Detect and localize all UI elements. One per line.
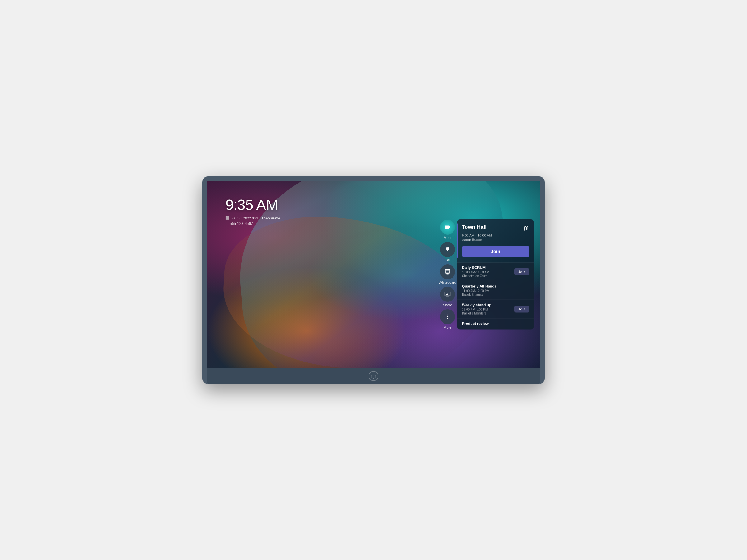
list-item: Weekly stand up 12:00 PM-1:00 PM Daniell… <box>457 300 534 319</box>
meeting-time: 10:00 AM-11:00 AM <box>462 271 511 274</box>
meeting-name: Daily SCRUM <box>462 266 511 270</box>
meeting-time: 11:00 AM-12:00 PM <box>462 289 529 293</box>
share-screen-icon <box>444 291 451 298</box>
meeting-organizer: Charlotte de Crum <box>462 274 511 278</box>
list-item: Product review <box>457 319 534 330</box>
meet-label: Meet <box>444 236 451 240</box>
svg-point-12 <box>447 318 448 319</box>
dialpad-icon <box>444 246 451 253</box>
call-label: Call <box>444 258 450 262</box>
join-button-standup[interactable]: Join <box>515 305 529 312</box>
meeting-time: 12:00 PM-1:00 PM <box>462 308 511 312</box>
whiteboard-icon <box>444 268 451 275</box>
meeting-info: Daily SCRUM 10:00 AM-11:00 AM Charlotte … <box>462 266 511 278</box>
whiteboard-button-circle[interactable] <box>440 264 455 279</box>
list-item: Daily SCRUM 10:00 AM-11:00 AM Charlotte … <box>457 263 534 281</box>
featured-meeting-header: Town Hall <box>462 224 529 232</box>
room-info: ⬜ Conference room 154684354 <box>225 216 280 220</box>
phone-icon: ⠿ <box>225 221 228 225</box>
whiteboard-button[interactable]: Whiteboard <box>439 264 456 284</box>
meet-button-circle[interactable] <box>440 220 455 235</box>
svg-point-2 <box>448 247 449 248</box>
meeting-organizer: Danielle Mandera <box>462 312 511 315</box>
featured-meeting-organizer: Aaron Buxton <box>462 238 529 242</box>
meeting-list: Daily SCRUM 10:00 AM-11:00 AM Charlotte … <box>457 263 534 330</box>
svg-point-4 <box>447 248 448 249</box>
svg-point-7 <box>447 249 448 250</box>
featured-meeting: Town Hall 9:00 AM - 10:00 AM Aaron Buxto… <box>457 219 534 263</box>
svg-point-3 <box>446 248 447 249</box>
meeting-name: Product review <box>462 322 529 326</box>
call-button-circle[interactable] <box>440 242 455 257</box>
call-button[interactable]: Call <box>440 242 455 262</box>
teams-logo <box>522 224 529 232</box>
meeting-organizer: Babek Shamas <box>462 293 529 296</box>
meeting-info: Product review <box>462 322 529 327</box>
featured-meeting-title: Town Hall <box>462 224 487 231</box>
more-button[interactable]: More <box>440 309 455 329</box>
share-label: Share <box>443 303 452 307</box>
device-bottom-bar <box>207 368 540 384</box>
svg-point-8 <box>448 249 449 250</box>
svg-point-9 <box>447 250 448 251</box>
action-buttons: Meet Call <box>439 220 456 329</box>
more-label: More <box>443 325 451 329</box>
home-button-inner <box>371 374 376 379</box>
clock: 9:35 AM <box>225 196 280 213</box>
meeting-info: Quarterly All Hands 11:00 AM-12:00 PM Ba… <box>462 284 529 296</box>
svg-point-6 <box>446 249 447 250</box>
room-label: Conference room 154684354 <box>232 216 280 220</box>
phone-info: ⠿ 555-123-4567 <box>225 221 280 226</box>
svg-point-11 <box>447 316 448 317</box>
teams-icon-svg <box>522 225 529 231</box>
share-button[interactable]: Share <box>440 287 455 307</box>
featured-join-button[interactable]: Join <box>462 246 529 257</box>
meeting-name: Quarterly All Hands <box>462 284 529 289</box>
more-button-circle[interactable] <box>440 309 455 324</box>
meet-button[interactable]: Meet <box>440 220 455 240</box>
device-frame: 9:35 AM ⬜ Conference room 154684354 ⠿ 55… <box>202 177 545 384</box>
svg-point-1 <box>447 247 448 248</box>
room-icon: ⬜ <box>225 216 230 220</box>
share-button-circle[interactable] <box>440 287 455 302</box>
meeting-panel: Town Hall 9:00 AM - 10:00 AM Aaron Buxto… <box>457 219 534 330</box>
whiteboard-label: Whiteboard <box>439 281 456 284</box>
time-display: 9:35 AM ⬜ Conference room 154684354 ⠿ 55… <box>225 196 280 226</box>
svg-point-10 <box>447 315 448 316</box>
meeting-name: Weekly stand up <box>462 303 511 308</box>
join-button-scrum[interactable]: Join <box>515 268 529 275</box>
featured-meeting-time: 9:00 AM - 10:00 AM <box>462 234 529 237</box>
list-item: Quarterly All Hands 11:00 AM-12:00 PM Ba… <box>457 281 534 300</box>
meeting-info: Weekly stand up 12:00 PM-1:00 PM Daniell… <box>462 303 511 315</box>
phone-number: 555-123-4567 <box>230 221 253 226</box>
svg-point-0 <box>446 247 447 248</box>
more-dots-icon <box>444 313 451 320</box>
video-camera-icon <box>444 224 451 231</box>
home-button[interactable] <box>368 371 379 381</box>
device-screen: 9:35 AM ⬜ Conference room 154684354 ⠿ 55… <box>207 181 540 368</box>
svg-point-5 <box>448 248 449 249</box>
